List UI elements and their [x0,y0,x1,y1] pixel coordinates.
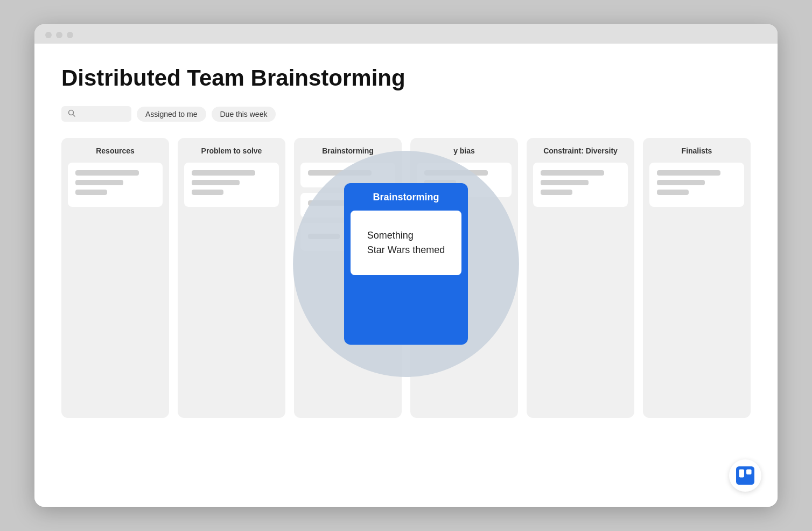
card-line [657,170,720,176]
trello-logo-icon [736,466,754,485]
card-line [75,180,123,185]
svg-line-1 [73,115,75,117]
column-header-finalists: Finalists [649,146,744,155]
traffic-light-maximize[interactable] [67,32,73,38]
column-resources: Resources [61,138,169,418]
assigned-to-me-filter[interactable]: Assigned to me [137,107,206,122]
svg-rect-3 [739,469,744,477]
card[interactable] [68,163,163,207]
toolbar: Assigned to me Due this week [61,106,751,122]
card-line [541,180,589,185]
column-header-resources: Resources [68,146,163,155]
trello-badge[interactable] [729,459,761,492]
card[interactable] [533,163,628,207]
browser-chrome [34,24,778,44]
page-title: Distributed Team Brainstorming [61,65,751,91]
column-diversity: Constraint: Diversity [527,138,634,418]
card-line [75,170,139,176]
traffic-light-close[interactable] [45,32,52,38]
column-header-diversity: Constraint: Diversity [533,146,628,155]
browser-content: Distributed Team Brainstorming Assigned … [34,44,778,507]
browser-window: Distributed Team Brainstorming Assigned … [34,24,778,507]
card-line [541,170,604,176]
column-header-problem: Problem to solve [184,146,279,155]
card-line [192,180,240,185]
zoom-card-text: SomethingStar Wars themed [367,228,445,257]
search-box[interactable] [61,106,131,122]
zoom-column: Brainstorming SomethingStar Wars themed [344,183,468,345]
search-icon [68,109,75,118]
card-line [657,190,689,195]
due-this-week-filter[interactable]: Due this week [212,107,276,122]
card-line [657,180,705,185]
card-line [192,190,223,195]
card-line [75,190,107,195]
svg-rect-2 [736,466,754,485]
zoom-column-header: Brainstorming [351,192,461,203]
column-problem: Problem to solve [178,138,285,418]
card-line [192,170,255,176]
traffic-light-minimize[interactable] [56,32,62,38]
zoom-card[interactable]: SomethingStar Wars themed [351,211,461,275]
svg-rect-4 [746,469,752,474]
zoom-overlay: Brainstorming SomethingStar Wars themed [293,151,519,377]
card[interactable] [184,163,279,207]
card[interactable] [649,163,744,207]
column-finalists: Finalists [643,138,751,418]
card-line [541,190,572,195]
